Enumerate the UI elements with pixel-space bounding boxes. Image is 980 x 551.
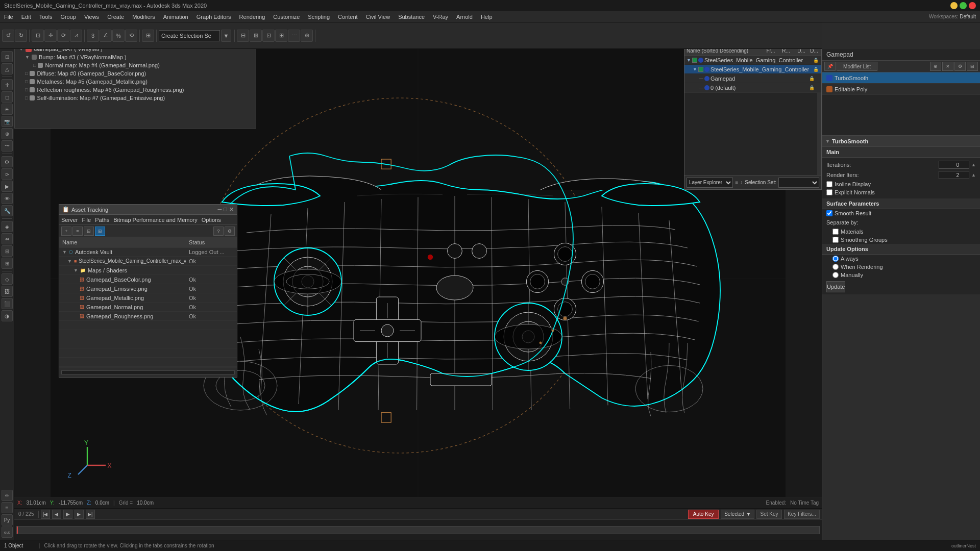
asset-toolbar-btn4[interactable]: ⊞	[95, 227, 105, 236]
menu-tools[interactable]: Tools	[35, 13, 57, 21]
menu-customize[interactable]: Customize	[269, 13, 304, 21]
modifier-turbosmooth[interactable]: TurboSmooth	[822, 72, 980, 84]
scale-tool-btn[interactable]: ⊿	[70, 30, 82, 42]
always-radio[interactable]	[832, 256, 839, 262]
asset-row-emissive[interactable]: 🖼 Gamepad_Emissive.png Ok	[59, 284, 237, 293]
render-iters-spinner-up[interactable]: ▲	[971, 172, 976, 178]
material-item-bump[interactable]: ▼ Bump: Map #3 ( VRayNormalMap )	[15, 53, 256, 61]
manually-radio[interactable]	[832, 272, 839, 278]
smooth-result-checkbox[interactable]	[826, 210, 832, 216]
toolbar-space-warp[interactable]: 〜	[2, 140, 13, 152]
toolbar-material[interactable]: ◇	[2, 273, 13, 285]
asset-row-vault[interactable]: ▼ ⬡ Autodesk Vault Logged Out ...	[59, 247, 237, 257]
asset-row-basecolor[interactable]: 🖼 Gamepad_BaseColor.png Ok	[59, 275, 237, 284]
menu-views[interactable]: Views	[80, 13, 103, 21]
toolbar-shape[interactable]: ◻	[2, 91, 13, 103]
menu-modifiers[interactable]: Modifiers	[128, 13, 159, 21]
mod-toolbar-pin[interactable]: 📌	[824, 62, 836, 71]
toolbar-motion[interactable]: ▶	[2, 181, 13, 192]
toolbar-display[interactable]: 👁	[2, 193, 13, 204]
asset-toolbar-btn2[interactable]: ≡	[72, 227, 83, 236]
mod-toolbar-unique[interactable]: ⊕	[930, 62, 941, 71]
toolbar-activeshade[interactable]: ◑	[2, 310, 13, 321]
toolbar-mirror[interactable]: ⇔	[2, 233, 13, 244]
mod-toolbar-collapse[interactable]: ⊟	[967, 62, 978, 71]
turbosmooth-header[interactable]: ▼ TurboSmooth	[822, 136, 980, 147]
menu-create[interactable]: Create	[103, 13, 128, 21]
view-btn4[interactable]: ⊞	[275, 30, 287, 42]
next-frame-btn[interactable]: ▶	[75, 510, 84, 519]
se-row-mesh[interactable]: ▼ SteelSeries_Mobile_Gaming_Controller 🔒	[684, 65, 821, 74]
move-tool-btn[interactable]: ✛	[44, 30, 57, 42]
menu-rendering[interactable]: Rendering	[235, 13, 270, 21]
render-iters-input[interactable]	[939, 171, 969, 179]
snap-angle-btn[interactable]: ∠	[100, 30, 112, 42]
snap-spin-btn[interactable]: ⟲	[125, 30, 137, 42]
menu-edit[interactable]: Edit	[17, 13, 35, 21]
snap-pct-btn[interactable]: %	[112, 30, 125, 42]
menu-help[interactable]: Help	[477, 13, 497, 21]
toolbar-python[interactable]: Py	[2, 514, 13, 525]
toolbar-scene-states[interactable]: ≡	[2, 502, 13, 513]
toolbar-light[interactable]: ☀	[2, 104, 13, 115]
create-selection-input[interactable]	[159, 30, 220, 41]
menu-group[interactable]: Group	[56, 13, 80, 21]
asset-menu-bitmap[interactable]: Bitmap Performance and Memory	[113, 217, 197, 223]
asset-minimize-btn[interactable]: ─	[218, 206, 222, 213]
create-selection-dropdown[interactable]: ▼	[221, 30, 231, 42]
modifier-editable-poly[interactable]: Editable Poly	[822, 84, 980, 95]
asset-row-maps-folder[interactable]: ▼ 📁 Maps / Shaders	[59, 266, 237, 275]
toolbar-camera[interactable]: 📷	[2, 116, 13, 127]
auto-key-btn[interactable]: Auto Key	[688, 510, 719, 519]
close-btn[interactable]	[969, 2, 976, 9]
material-item-metalness[interactable]: □ Metalness: Map #5 (Gamepad_Metallic.pn…	[15, 78, 256, 86]
material-item-normal-map[interactable]: □ Normal map: Map #4 (Gamepad_Normal.png…	[15, 61, 256, 69]
se-selection-set-dropdown[interactable]	[778, 178, 819, 188]
se-view-dropdown[interactable]: Layer Explorer	[687, 178, 733, 188]
next-key-btn[interactable]: ▶|	[86, 510, 95, 519]
toolbar-snap[interactable]: ◈	[2, 221, 13, 232]
material-item-emissive[interactable]: □ Self-illumination: Map #7 (Gamepad_Emi…	[15, 94, 256, 102]
toolbar-schematic[interactable]: ⊞	[2, 258, 13, 269]
menu-arnold[interactable]: Arnold	[452, 13, 477, 21]
toolbar-hierarchy[interactable]: ⊳	[2, 168, 13, 180]
mod-toolbar-configure[interactable]: ⚙	[954, 62, 966, 71]
when-rendering-radio[interactable]	[832, 264, 839, 270]
toolbar-modify[interactable]: ⚙	[2, 156, 13, 167]
redo-btn[interactable]: ↻	[15, 30, 27, 42]
snap-3d-btn[interactable]: 3	[87, 30, 99, 42]
key-filters-btn[interactable]: Key Filters...	[784, 510, 820, 519]
view-btn2[interactable]: ⊠	[250, 30, 262, 42]
toolbar-paint[interactable]: ✏	[2, 490, 13, 501]
menu-file[interactable]: File	[0, 13, 17, 21]
materials-checkbox[interactable]	[832, 229, 839, 235]
toolbar-utility[interactable]: 🔧	[2, 205, 13, 216]
view-btn3[interactable]: ⊡	[262, 30, 275, 42]
menu-content[interactable]: Content	[334, 13, 362, 21]
menu-substance[interactable]: Substance	[394, 13, 429, 21]
minimize-btn[interactable]	[950, 2, 958, 9]
menu-scripting[interactable]: Scripting	[304, 13, 334, 21]
material-item-diffuse[interactable]: □ Diffuse: Map #0 (Gamepad_BaseColor.png…	[15, 69, 256, 78]
asset-row-maxfile[interactable]: ▼ ■ SteelSeries_Mobile_Gaming_Controller…	[59, 257, 237, 266]
asset-row-metallic[interactable]: 🖼 Gamepad_Metallic.png Ok	[59, 293, 237, 303]
asset-toolbar-btn1[interactable]: +	[61, 227, 71, 236]
menu-civil-view[interactable]: Civil View	[362, 13, 394, 21]
timeline-ruler[interactable]	[14, 520, 822, 540]
selected-dropdown[interactable]: Selected ▼	[721, 510, 754, 519]
asset-toolbar-btn3[interactable]: ⊟	[84, 227, 94, 236]
view-btn5[interactable]: ⋯	[288, 30, 300, 42]
mod-toolbar-remove[interactable]: ✕	[942, 62, 953, 71]
material-item-roughness[interactable]: □ Reflection roughness: Map #6 (Gamepad_…	[15, 86, 256, 94]
menu-vray[interactable]: V-Ray	[429, 13, 452, 21]
menu-graph-editors[interactable]: Graph Editors	[192, 13, 235, 21]
toolbar-align2[interactable]: ⊟	[2, 245, 13, 257]
mod-toolbar-edit[interactable]: Modifier List	[837, 62, 877, 71]
asset-toolbar-help[interactable]: ?	[213, 227, 224, 236]
toolbar-helper[interactable]: ⊕	[2, 128, 13, 139]
undo-btn[interactable]: ↺	[2, 30, 14, 42]
explicit-normals-checkbox[interactable]	[826, 189, 832, 195]
maximize-btn[interactable]	[960, 2, 967, 9]
prev-key-btn[interactable]: |◀	[41, 510, 50, 519]
toolbar-select[interactable]: ⊡	[2, 51, 13, 62]
